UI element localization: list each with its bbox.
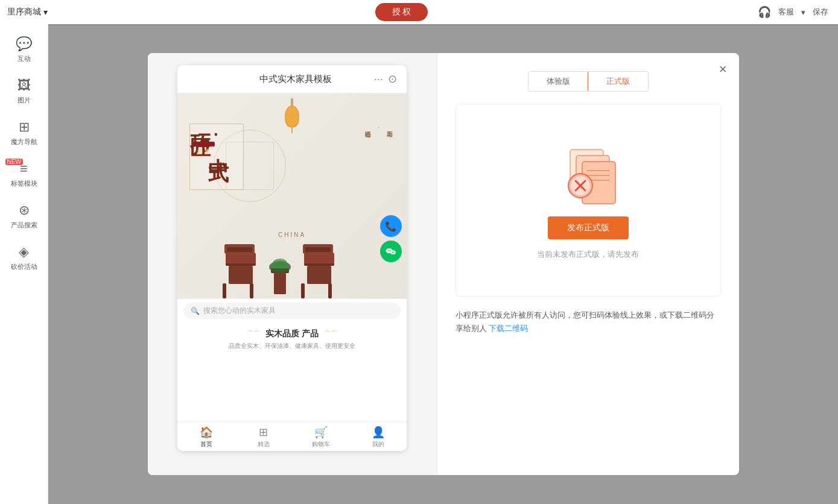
nav-label-cart: 购物车 (312, 440, 330, 449)
official-version-tab[interactable]: 正式版 (588, 71, 649, 92)
authorize-button[interactable]: 授 权 (375, 3, 428, 21)
modal-left-panel: 中式实木家具模板 ··· ⊙ (148, 53, 437, 475)
phone-frame: 中式实木家具模板 ··· ⊙ (177, 65, 407, 451)
sidebar-label-discount: 砍价活动 (11, 262, 37, 271)
phone-search-bar: 🔍 搜索您心动的实木家具 (177, 298, 407, 323)
grid-icon: ⊞ (19, 119, 30, 135)
download-qr-link[interactable]: 下载二维码 (489, 324, 528, 333)
product-subtitle: 品质全实木、环保油漆、健康家具、使用更安全 (183, 342, 401, 350)
sidebar-label-interact: 互动 (17, 54, 31, 63)
svg-rect-8 (274, 273, 286, 294)
sidebar-label-label-module: 标签模块 (11, 179, 37, 188)
svg-point-20 (390, 250, 391, 251)
modal-overlay: × 中式实木家具模板 ··· ⊙ (48, 24, 838, 504)
svg-rect-2 (226, 253, 256, 263)
save-label: 保存 (813, 7, 828, 17)
svg-point-19 (388, 250, 389, 251)
svg-point-22 (392, 252, 393, 253)
chevron-down-icon-2: ▾ (801, 8, 805, 17)
search-input-box[interactable]: 🔍 搜索您心动的实木家具 (183, 303, 401, 319)
product-deco-left: ⌒⌒ (246, 329, 261, 339)
phone-float-btn[interactable]: 📞 (380, 215, 402, 237)
phone-title-icons: ··· ⊙ (374, 72, 397, 86)
product-header: ⌒⌒ 实木品质 产品 ⌒⌒ (183, 329, 401, 339)
headset-icon: 🎧 (758, 5, 771, 19)
svg-rect-6 (227, 247, 252, 252)
top-bar: 里序商城 ▾ 授 权 🎧 客服 ▾ 保存 (0, 0, 838, 24)
interact-icon: 💬 (16, 36, 32, 52)
image-icon: 🖼 (17, 78, 31, 93)
publish-button[interactable]: 发布正式版 (548, 216, 629, 239)
error-illustration (549, 140, 627, 207)
sub-text-line2: 匠心锤造 (362, 127, 373, 128)
sidebar-item-image[interactable]: 🖼 图片 (0, 72, 48, 111)
qr-code-area: 发布正式版 当前未发布正式版，请先发布 (456, 104, 721, 297)
phone-title: 中式实木家具模板 (217, 74, 374, 85)
product-deco-right: ⌒⌒ (323, 329, 338, 339)
phone-content: 巧匠 · 中式 红木家具 巧夺天工 · 匠心锤造 (177, 93, 407, 421)
target-icon[interactable]: ⊙ (388, 72, 397, 86)
modal-dialog: × 中式实木家具模板 ··· ⊙ (148, 53, 739, 475)
svg-rect-13 (304, 253, 334, 263)
sidebar-item-discount[interactable]: ◈ 砍价活动 (0, 238, 48, 277)
phone-banner: 巧匠 · 中式 红木家具 巧夺天工 · 匠心锤造 (177, 93, 407, 298)
store-name-label: 里序商城 (7, 7, 41, 17)
close-button[interactable]: × (719, 63, 727, 76)
home-icon: 🏠 (200, 426, 213, 439)
store-selector[interactable]: 里序商城 ▾ (0, 7, 55, 17)
sidebar-label-product-search: 产品搜索 (11, 221, 37, 230)
modal-right-panel: 体验版 正式版 (437, 53, 739, 475)
nav-label-mine: 我的 (372, 440, 384, 449)
cart-icon: 🛒 (314, 426, 328, 439)
svg-rect-17 (305, 247, 331, 252)
sub-text-line1: 巧夺天工 (384, 127, 395, 128)
search-icon: 🔍 (191, 307, 200, 315)
search-placeholder: 搜索您心动的实木家具 (203, 306, 276, 316)
chairs-illustration (220, 232, 340, 298)
svg-rect-14 (301, 283, 305, 298)
sidebar-item-label-module[interactable]: ≡ NEW 标签模块 (0, 155, 48, 194)
new-badge: NEW (5, 159, 23, 165)
top-bar-center: 授 权 (55, 3, 748, 21)
nav-label-select: 精选 (258, 440, 270, 449)
chevron-down-icon: ▾ (43, 7, 48, 17)
description-text: 小程序正式版允许被所有人访问，您可扫码体验线上效果，或下载二维码分享给别人 下载… (456, 309, 721, 335)
banner-red-badge: 红木家具 (192, 142, 215, 146)
profile-icon: 👤 (372, 426, 385, 439)
nav-item-select[interactable]: ⊞ 精选 (235, 426, 292, 449)
product-title: 实木品质 产品 (265, 329, 319, 339)
more-icon[interactable]: ··· (374, 73, 383, 86)
sidebar-item-interact[interactable]: 💬 互动 (0, 30, 48, 69)
lantern-decoration (285, 98, 299, 133)
banner-sub-text: 巧夺天工 · 匠心锤造 (362, 127, 395, 128)
svg-rect-15 (328, 283, 332, 298)
phone-title-bar: 中式实木家具模板 ··· ⊙ (177, 65, 407, 93)
product-search-icon: ⊛ (19, 203, 30, 218)
phone-float-buttons: 📞 (380, 215, 402, 262)
publish-status-text: 当前未发布正式版，请先发布 (537, 249, 639, 260)
phone-products-section: ⌒⌒ 实木品质 产品 ⌒⌒ 品质全实木、环保油漆、健康家具、使用更安全 (177, 323, 407, 356)
trial-version-tab[interactable]: 体验版 (529, 72, 588, 91)
sidebar-item-product-search[interactable]: ⊛ 产品搜索 (0, 197, 48, 236)
main-area: × 中式实木家具模板 ··· ⊙ (48, 24, 838, 504)
sidebar-label-magic-nav: 魔方导航 (11, 137, 37, 146)
sidebar-item-magic-nav[interactable]: ⊞ 魔方导航 (0, 113, 48, 153)
discount-icon: ◈ (19, 244, 29, 260)
svg-rect-3 (223, 283, 226, 298)
nav-item-home[interactable]: 🏠 首页 (177, 426, 235, 449)
select-icon: ⊞ (259, 426, 268, 439)
phone-bottom-nav: 🏠 首页 ⊞ 精选 🛒 购物车 👤 我的 (177, 421, 407, 451)
nav-item-cart[interactable]: 🛒 购物车 (292, 426, 349, 449)
sidebar-label-image: 图片 (17, 96, 31, 105)
svg-rect-4 (250, 283, 253, 298)
wechat-float-btn[interactable] (380, 241, 402, 262)
top-bar-right: 🎧 客服 ▾ 保存 (748, 5, 838, 19)
svg-rect-12 (307, 266, 331, 284)
nav-label-home: 首页 (200, 440, 212, 449)
sidebar: 💬 互动 🖼 图片 ⊞ 魔方导航 ≡ NEW 标签模块 ⊛ 产品搜索 ◈ 砍价活… (0, 24, 48, 504)
nav-item-mine[interactable]: 👤 我的 (349, 426, 407, 449)
svg-point-10 (273, 259, 287, 268)
support-label: 客服 (778, 7, 794, 17)
svg-point-21 (390, 250, 396, 254)
svg-rect-1 (229, 266, 253, 284)
